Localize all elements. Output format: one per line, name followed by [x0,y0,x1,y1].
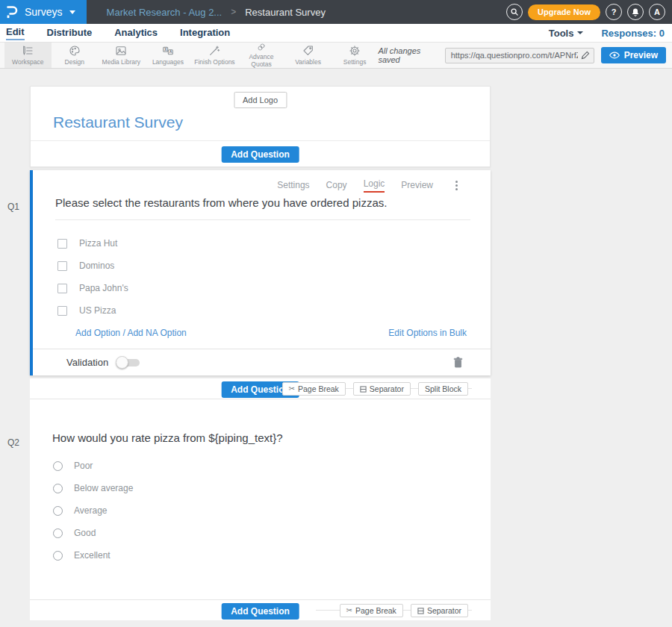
menu-settings[interactable]: Settings [277,180,309,190]
delete-question-button[interactable] [453,357,463,368]
autosave-status: All changes saved [378,46,438,64]
tab-analytics[interactable]: Analytics [114,27,158,40]
toolbar-item-design[interactable]: Design [52,43,99,68]
question-number-q2: Q2 [7,437,19,448]
responses-count[interactable]: Responses: 0 [601,28,665,39]
question-card-q1: Settings Copy Logic Preview Please selec… [30,170,491,375]
checkbox-icon[interactable] [57,284,67,293]
q2-option-row: Excellent [53,544,491,567]
toolbar-item-media-library[interactable]: Media Library [98,43,145,68]
image-icon [115,45,127,57]
breadcrumb-current: Restaurant Survey [245,7,326,18]
menu-copy[interactable]: Copy [326,180,347,190]
q1-option-row: Pizza Hut [57,232,491,255]
toolbar-item-settings[interactable]: Settings [332,43,379,68]
add-question-button[interactable]: Add Question [221,603,299,620]
breadcrumb: Market Research - Aug 2... > Restaurant … [107,7,326,18]
checkbox-icon[interactable] [57,239,67,249]
toolbar-item-label: Variables [295,58,321,66]
breadcrumb-separator: > [231,7,236,17]
q1-option-list: Pizza Hut Dominos Papa John's US [57,232,491,322]
page-break-label: Page Break [355,606,396,615]
survey-url-field[interactable]: https://qa.questionpro.com/t/APNrfZgR [445,48,594,63]
question-menu: Settings Copy Logic Preview [33,170,491,191]
q1-option-row: Dominos [57,255,491,277]
separator-icon [417,608,424,614]
help-button[interactable]: ? [606,4,622,20]
question-text-q1[interactable]: Please select the restaurants from where… [55,196,470,220]
topbar-actions: Upgrade Now ? A [506,4,672,20]
option-label[interactable]: Below average [74,483,133,493]
checkbox-icon[interactable] [57,306,67,316]
radio-icon[interactable] [53,461,63,471]
radio-icon[interactable] [53,506,63,516]
survey-header-top: Add Logo Restaurant Survey [31,87,490,140]
add-logo-button[interactable]: Add Logo [234,92,287,108]
q1-option-row: US Pizza [57,299,491,322]
add-question-strip-bottom: Add Question ✂ Page Break Separator [30,599,491,620]
toolbar-item-finish-options[interactable]: Finish Options [191,43,238,68]
toolbar-item-workspace[interactable]: Workspace [4,43,52,68]
toolbar-item-languages[interactable]: XA Languages [145,43,192,68]
validation-toggle[interactable] [116,356,140,369]
separator-label: Separator [427,606,461,615]
tab-integration[interactable]: Integration [180,27,230,40]
survey-canvas: Q1 Q2 Add Logo Restaurant Survey Add Que… [0,69,672,627]
account-avatar[interactable]: A [649,4,665,20]
notifications-button[interactable] [627,4,644,20]
survey-url-text[interactable]: https://qa.questionpro.com/t/APNrfZgR [451,51,578,60]
pencil-icon[interactable] [581,51,590,60]
brand-surveys-menu[interactable]: Surveys [0,0,87,24]
radio-icon[interactable] [53,528,63,538]
toolbar-item-advance-quotas[interactable]: Advance Quotas [238,43,285,68]
q2-option-row: Poor [53,455,491,477]
chevron-down-icon [577,31,583,34]
menu-preview[interactable]: Preview [401,180,433,190]
preview-button[interactable]: Preview [601,47,666,63]
checkbox-icon[interactable] [57,261,67,271]
option-label[interactable]: US Pizza [79,305,116,316]
tag-icon [302,45,314,57]
tab-edit[interactable]: Edit [6,26,25,40]
toolbar-item-label: Finish Options [194,58,234,66]
chevron-down-icon [69,10,75,14]
breadcrumb-parent[interactable]: Market Research - Aug 2... [107,7,223,18]
option-label[interactable]: Poor [74,461,93,471]
workspace-icon [22,45,34,57]
radio-icon[interactable] [53,484,63,493]
add-option-link[interactable]: Add Option [75,328,120,338]
separator-button[interactable]: Separator [353,382,411,396]
add-question-button[interactable]: Add Question [221,146,299,163]
svg-text:A: A [169,50,172,54]
add-option-links: Add Option / Add NA Option [75,328,187,338]
editor-toolbar: Workspace Design Media Library XA Langua… [0,43,672,69]
q1-option-row: Papa John's [57,277,491,299]
split-block-button[interactable]: Split Block [418,382,468,396]
option-label[interactable]: Excellent [74,550,111,561]
option-label[interactable]: Papa John's [79,283,128,293]
kebab-menu-icon[interactable] [455,181,458,190]
search-button[interactable] [506,4,523,20]
q2-option-row: Average [53,499,491,522]
page-break-button[interactable]: ✂ Page Break [282,382,346,396]
tab-distribute[interactable]: Distribute [47,27,93,40]
option-label[interactable]: Good [74,528,96,538]
option-label[interactable]: Pizza Hut [79,238,117,249]
add-question-strip-mid: Add Question ✂ Page Break Separator Spli… [30,378,491,399]
page-break-icon: ✂ [289,385,295,393]
option-label[interactable]: Dominos [79,261,114,271]
radio-icon[interactable] [53,551,63,561]
upgrade-now-button[interactable]: Upgrade Now [528,4,600,20]
edit-options-in-bulk-link[interactable]: Edit Options in Bulk [388,328,467,338]
menu-logic[interactable]: Logic [364,178,385,193]
survey-title[interactable]: Restaurant Survey [53,113,183,131]
option-label[interactable]: Average [74,505,107,516]
add-na-option-link[interactable]: Add NA Option [127,328,186,338]
separator-button[interactable]: Separator [411,604,468,617]
toolbar-item-variables[interactable]: Variables [284,43,332,68]
page-break-button[interactable]: ✂ Page Break [340,604,403,617]
tools-label: Tools [549,28,574,39]
toolbar-item-label: Design [65,58,84,66]
question-text-q2[interactable]: How would you rate pizza from ${piping_t… [30,399,491,446]
tools-menu[interactable]: Tools [549,28,584,39]
